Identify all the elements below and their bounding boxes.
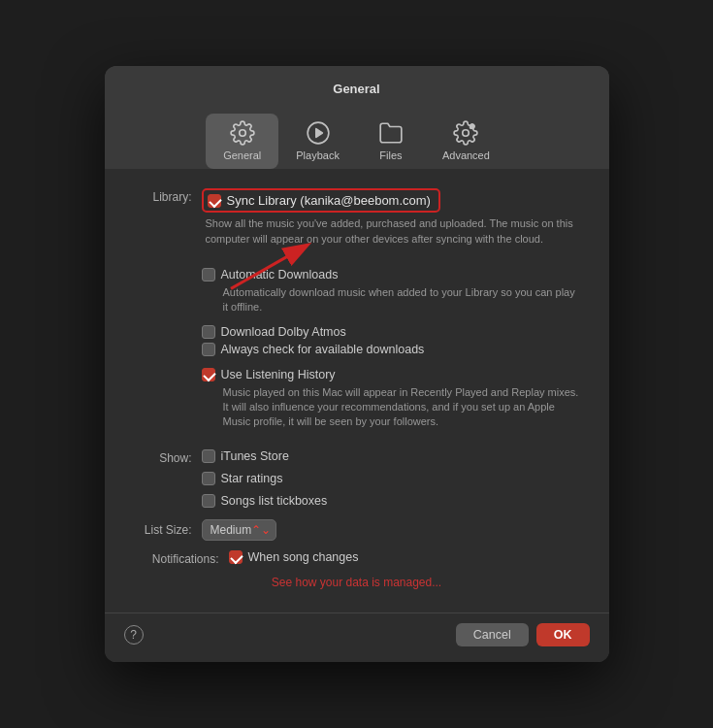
footer-buttons: Cancel OK <box>456 623 590 646</box>
dolby-label[interactable]: Download Dolby Atmos <box>221 325 346 339</box>
listening-history-description: Music played on this Mac will appear in … <box>223 385 582 430</box>
listening-history-row: Use Listening History <box>202 368 582 381</box>
auto-downloads-checkbox[interactable] <box>202 268 215 281</box>
dolby-row: Download Dolby Atmos <box>202 325 582 339</box>
listening-history-checkbox[interactable] <box>202 368 215 381</box>
itunes-store-row: iTunes Store <box>202 449 328 463</box>
star-ratings-row: Star ratings <box>202 472 328 485</box>
playback-icon <box>305 119 332 147</box>
notifications-section: Notifications: When song changes <box>132 550 582 568</box>
auto-downloads-spacer <box>132 268 202 270</box>
general-icon <box>229 119 256 147</box>
auto-downloads-content: Automatic Downloads Automatically downlo… <box>202 268 582 440</box>
files-icon <box>377 119 405 147</box>
when-song-changes-checkbox[interactable] <box>229 550 243 564</box>
library-section: Library: Sync Library (kanika@beebom.com… <box>132 188 582 258</box>
tab-general-label: General <box>223 149 261 161</box>
list-size-label: List Size: <box>132 523 202 537</box>
tab-files[interactable]: Files <box>357 114 425 169</box>
auto-downloads-section: Automatic Downloads Automatically downlo… <box>132 268 582 440</box>
tab-advanced[interactable]: + Advanced <box>425 114 507 169</box>
ok-button[interactable]: OK <box>536 623 590 646</box>
sync-library-checkbox[interactable] <box>208 194 221 208</box>
title-bar: General General <box>105 66 609 169</box>
svg-text:+: + <box>470 125 472 129</box>
cancel-button[interactable]: Cancel <box>456 623 529 646</box>
data-management-link[interactable]: See how your data is managed... <box>132 576 582 589</box>
songs-tickboxes-checkbox[interactable] <box>202 494 215 508</box>
dolby-checkbox[interactable] <box>202 325 215 339</box>
general-settings-dialog: General General <box>105 66 609 662</box>
when-song-changes-row: When song changes <box>229 550 359 564</box>
songs-tickboxes-row: Songs list tickboxes <box>202 494 328 508</box>
itunes-store-label[interactable]: iTunes Store <box>221 449 289 463</box>
svg-point-3 <box>463 130 470 137</box>
songs-tickboxes-label[interactable]: Songs list tickboxes <box>221 494 328 508</box>
when-song-changes-label[interactable]: When song changes <box>248 550 359 564</box>
always-check-row: Always check for available downloads <box>202 343 582 356</box>
auto-downloads-row: Automatic Downloads <box>202 268 582 281</box>
show-label: Show: <box>132 449 202 465</box>
tab-general[interactable]: General <box>206 114 278 169</box>
itunes-store-checkbox[interactable] <box>202 449 215 463</box>
star-ratings-checkbox[interactable] <box>202 472 215 485</box>
tab-playback-label: Playback <box>296 149 340 161</box>
always-check-checkbox[interactable] <box>202 343 215 356</box>
sync-library-label: Sync Library (kanika@beebom.com) <box>227 193 431 208</box>
toolbar: General Playback Files <box>105 108 609 169</box>
dialog-title: General <box>105 82 609 96</box>
always-check-label[interactable]: Always check for available downloads <box>221 343 425 356</box>
advanced-icon: + <box>452 119 479 147</box>
sync-library-description: Show all the music you've added, purchas… <box>206 216 582 247</box>
list-size-select-wrapper: Small Medium Large ⌃⌄ <box>202 519 276 541</box>
tab-files-label: Files <box>379 149 402 161</box>
library-content: Sync Library (kanika@beebom.com) Show al… <box>202 188 582 258</box>
star-ratings-label[interactable]: Star ratings <box>221 472 283 485</box>
svg-marker-2 <box>315 129 322 138</box>
help-button[interactable]: ? <box>124 625 144 645</box>
tab-advanced-label: Advanced <box>442 149 490 161</box>
svg-point-0 <box>239 130 245 137</box>
sync-library-box: Sync Library (kanika@beebom.com) <box>202 188 440 213</box>
list-size-section: List Size: Small Medium Large ⌃⌄ <box>132 519 582 541</box>
show-options: iTunes Store Star ratings Songs list tic… <box>202 449 328 512</box>
tab-playback[interactable]: Playback <box>278 114 357 169</box>
show-section: Show: iTunes Store Star ratings Songs li… <box>132 449 582 512</box>
dialog-footer: ? Cancel OK <box>105 612 609 662</box>
listening-history-label[interactable]: Use Listening History <box>221 368 336 381</box>
list-size-select[interactable]: Small Medium Large <box>202 519 276 541</box>
auto-downloads-description: Automatically download music when added … <box>223 285 582 315</box>
auto-downloads-label[interactable]: Automatic Downloads <box>221 268 339 281</box>
content-area: Library: Sync Library (kanika@beebom.com… <box>105 169 609 612</box>
notifications-label: Notifications: <box>132 552 229 566</box>
content-wrapper: Library: Sync Library (kanika@beebom.com… <box>105 169 609 612</box>
library-label: Library: <box>132 188 202 204</box>
